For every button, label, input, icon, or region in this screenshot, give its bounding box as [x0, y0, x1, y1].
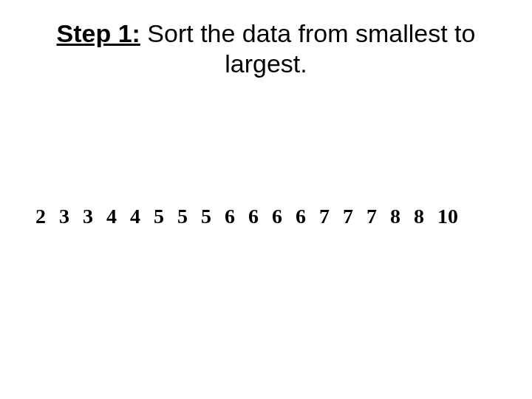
title-line-2: largest. — [30, 49, 502, 79]
slide-title: Step 1: Sort the data from smallest to l… — [30, 18, 502, 79]
sorted-data-list: 2 3 3 4 4 5 5 5 6 6 6 6 7 7 7 8 8 10 — [30, 205, 502, 228]
step-label: Step 1: — [57, 19, 140, 47]
slide: Step 1: Sort the data from smallest to l… — [0, 0, 532, 399]
title-line-1: Step 1: Sort the data from smallest to — [30, 18, 502, 49]
title-line-1-rest: Sort the data from smallest to — [140, 19, 476, 47]
